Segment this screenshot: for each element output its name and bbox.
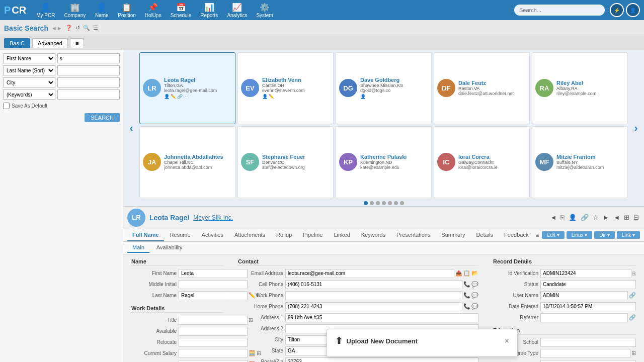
nav-position[interactable]: 📋 Position: [114, 2, 140, 19]
tab-full-name[interactable]: Full Name: [127, 229, 164, 241]
email-copy-icon[interactable]: 📋: [463, 270, 470, 277]
tab-attachments[interactable]: Attachments: [229, 229, 270, 241]
detail-star-icon[interactable]: ☆: [592, 213, 600, 222]
card-edit-icon[interactable]: ✏️: [171, 94, 176, 99]
card-ev[interactable]: EV Elizabeth Venn Cantlin,OH evenn@steve…: [237, 52, 334, 124]
first-name-field-select[interactable]: First Name: [3, 53, 55, 63]
detail-prev-icon[interactable]: ◄: [612, 213, 621, 222]
nav-mypcr[interactable]: 👤 My PCR: [32, 2, 59, 19]
save-default-checkbox[interactable]: [3, 103, 10, 109]
nav-reports[interactable]: 📊 Reports: [196, 2, 222, 19]
dir-button[interactable]: Dir ▾: [594, 231, 615, 239]
tab-advanced[interactable]: Advanced: [32, 38, 68, 48]
card-profile-icon-ev[interactable]: 👤: [262, 94, 268, 99]
card-link-icon[interactable]: 🔗: [177, 94, 183, 99]
email-input[interactable]: [285, 269, 454, 278]
dot-2[interactable]: [370, 201, 374, 205]
tab-more[interactable]: ≡: [70, 38, 84, 48]
global-search-input[interactable]: [514, 5, 605, 16]
degree-type-input[interactable]: [540, 349, 630, 358]
home-phone-input[interactable]: [285, 302, 462, 311]
city-field-select[interactable]: City: [3, 77, 55, 87]
first-name-select-wrapper[interactable]: First Name: [3, 53, 55, 63]
detail-forward-icon[interactable]: ►: [602, 213, 610, 222]
link-button[interactable]: Link ▾: [617, 231, 640, 239]
nav-analytics[interactable]: 📈 Analytics: [223, 2, 251, 19]
search-button[interactable]: SEARCH: [85, 113, 120, 122]
detail-back-icon[interactable]: ◄: [549, 213, 557, 222]
last-name-field-select[interactable]: Last Name (Sort): [3, 65, 55, 75]
detail-link-icon2[interactable]: 🔗: [580, 213, 590, 222]
card-ja[interactable]: JA Johnnetta Abdallahtes Chapel Hill,NC …: [139, 126, 235, 198]
cell-sms-icon[interactable]: 💬: [471, 281, 478, 288]
dot-7[interactable]: [400, 201, 404, 205]
dot-1[interactable]: [364, 201, 368, 205]
linux-button[interactable]: Linux ▾: [567, 231, 593, 239]
subtab-main[interactable]: Main: [127, 243, 149, 253]
menu-icon[interactable]: ☰: [93, 25, 98, 31]
detail-expand-icon[interactable]: ⊞: [623, 213, 630, 222]
tab-resume[interactable]: Resume: [165, 229, 196, 241]
detail-grid-icon[interactable]: ⊟: [632, 213, 640, 222]
card-sf[interactable]: SF Stephanie Feuer Denver,CO stef@electe…: [237, 126, 334, 198]
keywords-field-select[interactable]: (Keywords): [3, 89, 55, 100]
referrer-input[interactable]: [540, 313, 628, 322]
tab-keywords[interactable]: Keywords: [356, 229, 390, 241]
last-name-select-wrapper[interactable]: Last Name (Sort): [3, 65, 55, 75]
city-input[interactable]: [57, 77, 120, 87]
last-name-input[interactable]: [57, 65, 120, 75]
nav-holdup[interactable]: 📌 HolUps: [141, 2, 166, 19]
tab-pipeline[interactable]: Pipeline: [298, 229, 328, 241]
dot-6[interactable]: [394, 201, 398, 205]
keywords-input[interactable]: [57, 89, 120, 100]
card-profile-icon[interactable]: 👤: [164, 94, 170, 99]
home-sms-icon[interactable]: 💬: [471, 303, 478, 310]
upload-close-button[interactable]: ×: [505, 337, 509, 345]
school-input[interactable]: [540, 338, 636, 347]
id-copy-icon[interactable]: ⎘: [632, 270, 636, 277]
tab-feedback[interactable]: Feedback: [499, 229, 533, 241]
nav-name[interactable]: 👤 Name: [91, 2, 113, 19]
tab-rollup[interactable]: Rollup: [271, 229, 297, 241]
nav-company[interactable]: 🏢 Company: [60, 2, 90, 19]
tab-linked[interactable]: Linked: [329, 229, 355, 241]
dot-5[interactable]: [388, 201, 392, 205]
tab-basic[interactable]: Bas C: [4, 38, 30, 48]
work-phone-input[interactable]: [285, 291, 462, 300]
grad-year-input[interactable]: [540, 360, 636, 363]
email-send-icon[interactable]: 📤: [455, 270, 462, 277]
status-input[interactable]: [540, 280, 636, 289]
referrer-link-icon[interactable]: 🔗: [629, 314, 636, 321]
card-ic[interactable]: IC Iorai Corcra Galway,Connacht iorai@io…: [434, 126, 530, 198]
degree-expand-icon[interactable]: ⊞: [631, 350, 636, 356]
refresh-icon[interactable]: ↺: [75, 25, 80, 31]
cards-next-button[interactable]: ›: [630, 50, 642, 206]
cell-phone-input[interactable]: [285, 280, 462, 289]
city-select-wrapper[interactable]: City: [3, 77, 55, 87]
help-icon[interactable]: ❓: [65, 25, 72, 31]
username-link-icon[interactable]: 🔗: [629, 292, 636, 299]
tab-details[interactable]: Details: [471, 229, 498, 241]
card-edit-icon-ev[interactable]: ✏️: [269, 94, 274, 99]
detail-company-link[interactable]: Meyer Silk Inc.: [193, 214, 233, 221]
detail-copy-icon[interactable]: ⎘: [559, 213, 566, 222]
card-email-icon[interactable]: ✉️: [184, 94, 189, 99]
address1-input[interactable]: [285, 313, 478, 322]
card-kp[interactable]: KP Katherine Pulaski Kuemington,ND kate@…: [336, 126, 432, 198]
card-df[interactable]: DF Dale Feutz Reston,VA dale.feutz@att.w…: [434, 52, 530, 124]
edit-button[interactable]: Edit ▾: [542, 231, 565, 239]
dot-4[interactable]: [382, 201, 386, 205]
home-call-icon[interactable]: 📞: [463, 303, 470, 310]
card-lr[interactable]: LR Leota Ragel Tilton,GA leota.ragel@gee…: [139, 52, 235, 124]
search-icon[interactable]: 🔍: [83, 25, 90, 31]
id-verif-input[interactable]: [540, 269, 631, 278]
date-entered-input[interactable]: [540, 302, 636, 311]
user-menu[interactable]: ⚡ 👤: [610, 3, 640, 17]
work-call-icon[interactable]: 📞: [463, 292, 470, 299]
work-sms-icon[interactable]: 💬: [471, 292, 478, 299]
cards-prev-button[interactable]: ‹: [125, 50, 137, 206]
subtab-availability[interactable]: Availability: [151, 243, 188, 253]
cell-call-icon[interactable]: 📞: [463, 281, 470, 288]
card-ra[interactable]: RA Riley Abel Albany,RA riley@example.co…: [532, 52, 628, 124]
tab-more-icon[interactable]: ≡: [535, 232, 539, 239]
